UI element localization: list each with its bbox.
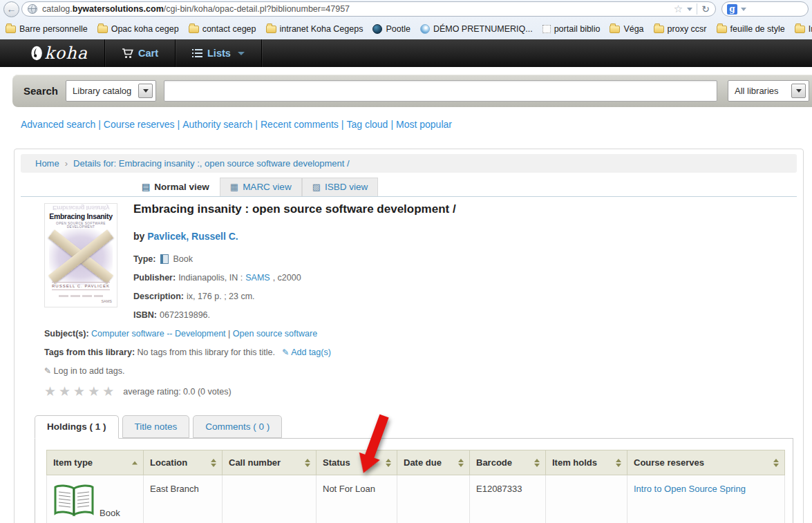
tab-label: ISBD view [325, 182, 368, 192]
cell-status: Not For Loan [317, 475, 397, 523]
cover-title: Embracing Insanity [45, 212, 117, 220]
swirl-icon [420, 24, 430, 34]
search-type-select[interactable]: Library catalog [66, 80, 156, 102]
course-reserves-link[interactable]: Course reserves [104, 119, 175, 130]
bookmark-star-icon[interactable]: ☆ [674, 3, 683, 15]
col-item-holds[interactable]: Item holds [546, 450, 627, 475]
record-author-line: by Pavlicek, Russell C. [133, 231, 797, 242]
url-dropdown-icon[interactable] [687, 8, 692, 11]
holdings-table: Item type Location Call number Status Da… [46, 450, 785, 523]
bookmark-item[interactable]: Véga [610, 24, 643, 34]
tab-normal-view[interactable]: ▤ Normal view [131, 178, 220, 196]
col-status[interactable]: Status [317, 450, 397, 475]
author-link[interactable]: Pavlicek, Russell C. [147, 231, 238, 242]
star-icon[interactable]: ★ [88, 385, 100, 398]
tab-marc-view[interactable]: ▦ MARC view [220, 178, 302, 196]
col-date-due[interactable]: Date due [397, 450, 470, 475]
tab-title-notes[interactable]: Title notes [122, 415, 190, 438]
publisher-year: , c2000 [273, 273, 301, 283]
subject-link[interactable]: Computer software -- Development [91, 329, 226, 339]
cart-menu[interactable]: Cart [105, 39, 176, 67]
bookmark-item[interactable]: portail biblio [542, 24, 601, 34]
url-bar[interactable]: catalog.bywatersolutions.com/cgi-bin/koh… [21, 1, 716, 17]
bookmark-item[interactable]: DÉMO PRETNUMERIQ... [420, 24, 533, 34]
chevron-down-icon [238, 52, 245, 55]
library-select[interactable]: All libraries [728, 80, 809, 102]
subject-link[interactable]: Open source software [233, 329, 317, 339]
tab-isbd-view[interactable]: ▨ ISBD view [302, 178, 379, 196]
cell-item-holds [546, 475, 627, 523]
table-row: Book East Branch Not For Loan E12087333 … [47, 475, 785, 523]
cover-author: Russell C. Pavlicek [52, 282, 110, 290]
quick-links: Advanced search|Course reserves|Authorit… [21, 119, 452, 130]
koha-logo[interactable]: koha [0, 39, 105, 67]
col-course-reserves[interactable]: Course reserves [627, 450, 785, 475]
tab-comments[interactable]: Comments ( 0 ) [193, 415, 282, 438]
lists-menu[interactable]: Lists [176, 39, 262, 67]
sort-icon [458, 459, 464, 467]
tag-cloud-link[interactable]: Tag cloud [346, 119, 388, 130]
folder-icon [717, 26, 727, 33]
lists-icon [192, 49, 202, 57]
catalog-search-input[interactable] [164, 80, 717, 102]
pencil-icon: ✎ [282, 348, 289, 357]
isbn-label: ISBN: [133, 310, 157, 320]
star-icon[interactable]: ★ [44, 385, 56, 398]
publisher-link[interactable]: SAMS [245, 273, 270, 283]
reload-icon[interactable]: ↻ [701, 3, 710, 15]
col-barcode[interactable]: Barcode [470, 450, 546, 475]
bookmark-item[interactable]: intranet Koha Cegeps [266, 24, 363, 34]
bookmark-item[interactable]: proxy ccsr [654, 24, 707, 34]
bookmark-item[interactable]: contact cegep [189, 24, 256, 34]
tags-label: Tags from this library: [44, 348, 135, 357]
record-description: Description: ix, 176 p. ; 23 cm. [133, 292, 797, 301]
browser-chrome: ← catalog.bywatersolutions.com/cgi-bin/k… [0, 0, 812, 39]
folder-icon [6, 26, 16, 33]
recent-comments-link[interactable]: Recent comments [261, 119, 339, 130]
bookmark-item[interactable]: Inlibro [795, 24, 812, 34]
dotted-square-icon [542, 25, 551, 33]
authority-search-link[interactable]: Authority search [182, 119, 252, 130]
bookmark-label: Inlibro [809, 24, 812, 34]
subjects-label: Subject(s): [44, 329, 89, 339]
browser-search-box[interactable] [721, 1, 809, 17]
holdings-panel: Item type Location Call number Status Da… [35, 438, 793, 523]
koha-brand-text: koha [44, 44, 88, 63]
bookmark-item[interactable]: Pootle [372, 24, 410, 34]
course-reserve-link[interactable]: Intro to Open Source Spring [634, 484, 746, 494]
url-text: catalog.bywatersolutions.com/cgi-bin/koh… [42, 4, 350, 14]
pencil-icon: ✎ [44, 366, 51, 376]
record-title: Embracing insanity : open source softwar… [133, 202, 797, 216]
breadcrumb-home-link[interactable]: Home [35, 158, 59, 169]
pootle-globe-icon [372, 24, 382, 34]
bookmark-label: Véga [623, 24, 643, 34]
most-popular-link[interactable]: Most popular [396, 119, 452, 130]
folder-icon [610, 26, 620, 33]
add-tags-link[interactable]: Add tag(s) [291, 348, 331, 357]
bookmark-item[interactable]: Barre personnelle [6, 24, 88, 34]
search-type-value: Library catalog [73, 86, 131, 96]
col-item-type[interactable]: Item type [47, 450, 144, 475]
search-engine-dropdown-icon[interactable] [741, 8, 746, 11]
breadcrumb-current-link[interactable]: Details for: Embracing insanity :, open … [73, 158, 350, 169]
star-icon[interactable]: ★ [73, 385, 85, 398]
back-button[interactable]: ← [3, 1, 19, 17]
col-call-number[interactable]: Call number [223, 450, 317, 475]
sort-icon [616, 459, 621, 467]
bookmark-label: portail biblio [554, 24, 601, 34]
star-icon[interactable]: ★ [102, 385, 114, 398]
google-icon [727, 4, 737, 15]
folder-icon [266, 26, 276, 33]
bookmark-item[interactable]: feuille de style [717, 24, 785, 34]
bookmarks-bar: Barre personnelle Opac koha cegep contac… [0, 19, 812, 39]
description-label: Description: [133, 292, 184, 301]
star-icon[interactable]: ★ [59, 385, 70, 398]
login-to-tag-line: ✎ Log in to add tags. [21, 366, 797, 376]
col-location[interactable]: Location [144, 450, 223, 475]
bookmark-label: feuille de style [730, 24, 785, 34]
advanced-search-link[interactable]: Advanced search [21, 119, 95, 130]
sort-icon [773, 459, 779, 467]
bookmark-item[interactable]: Opac koha cegep [97, 24, 179, 34]
tab-holdings[interactable]: Holdings ( 1 ) [35, 415, 119, 439]
main-content: Home › Details for: Embracing insanity :… [14, 149, 804, 523]
